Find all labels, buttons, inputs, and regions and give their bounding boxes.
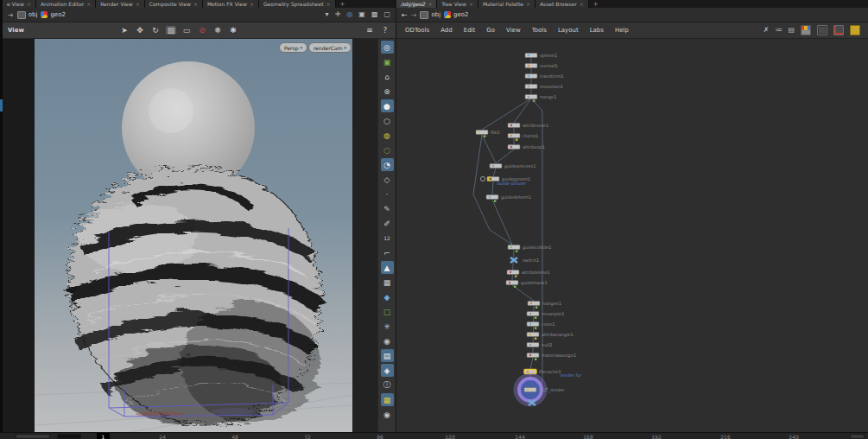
- color-palette-grid-icon[interactable]: [801, 25, 811, 35]
- tab-tree-view[interactable]: Tree View×: [437, 0, 478, 8]
- label-12-icon[interactable]: 12: [381, 232, 394, 245]
- target-rings-icon[interactable]: ◎: [346, 11, 352, 18]
- persp-view-button[interactable]: Persp ▾: [279, 42, 307, 53]
- close-tab-icon[interactable]: ×: [250, 1, 254, 7]
- timeline-options-widget[interactable]: [850, 434, 865, 439]
- node-hairgen1[interactable]: hairgen1: [528, 301, 561, 309]
- menu-odtools[interactable]: ODTools: [405, 27, 429, 34]
- wire-shade-icon[interactable]: ▣: [381, 55, 394, 68]
- menu-edit[interactable]: Edit: [464, 27, 476, 34]
- ruler-corner-icon[interactable]: ⌐: [381, 246, 394, 259]
- node-guidecollide1[interactable]: guidecollide1: [508, 245, 551, 252]
- prong-icon[interactable]: ✳: [381, 320, 394, 333]
- help-icon[interactable]: ?: [380, 26, 390, 35]
- orbit-ball-icon[interactable]: ◔: [381, 158, 394, 171]
- eye-box-icon[interactable]: ◉: [381, 408, 394, 421]
- snapshot-icon[interactable]: ▤: [381, 349, 394, 362]
- select-objects-icon[interactable]: ✥: [135, 26, 145, 35]
- menu-tools[interactable]: Tools: [532, 27, 547, 34]
- close-tab-icon[interactable]: ×: [27, 1, 31, 7]
- node-out-render[interactable]: OUT_render: [516, 376, 566, 404]
- timeline[interactable]: 1 24487296120144168192216240: [0, 432, 868, 439]
- bar-graph-icon[interactable]: ≡: [364, 26, 375, 35]
- pinned-panel-icon[interactable]: [850, 25, 860, 35]
- construction-plane-icon[interactable]: ❋: [212, 26, 223, 35]
- node-guidegroom1[interactable]: guidegroom1Guide Groom: [480, 176, 530, 186]
- node-clump1[interactable]: clump1: [508, 133, 539, 141]
- forward-arrow-icon[interactable]: ➜: [8, 11, 14, 19]
- grid-yellow-icon[interactable]: ▦: [381, 393, 394, 406]
- network-overview-icon[interactable]: [833, 25, 844, 35]
- group-box-icon[interactable]: ▢: [381, 305, 394, 318]
- current-frame-indicator[interactable]: 1: [97, 433, 110, 439]
- node-materialassign1[interactable]: materialassign1: [527, 353, 576, 360]
- node-resample1[interactable]: resample1: [527, 311, 564, 319]
- node-null2[interactable]: null2: [527, 342, 552, 347]
- breadcrumb-obj[interactable]: obj: [420, 11, 440, 19]
- node-file1[interactable]: file1: [476, 130, 500, 137]
- light-white-icon[interactable]: ○: [381, 114, 394, 127]
- tab-obj-geo2[interactable]: /obj/geo2×: [396, 0, 437, 8]
- close-tab-icon[interactable]: ×: [580, 1, 584, 7]
- camera-view-icon[interactable]: ●: [381, 99, 394, 112]
- menu-layout[interactable]: Layout: [558, 27, 579, 34]
- node-switch1[interactable]: switch1: [510, 258, 539, 263]
- select-arrow-icon[interactable]: ➤: [119, 26, 130, 35]
- tab-asset-browser[interactable]: Asset Browser×: [535, 0, 589, 8]
- node-guideprocess1[interactable]: guideprocess1: [490, 163, 535, 169]
- menu-add[interactable]: Add: [440, 27, 453, 34]
- location-pin-icon[interactable]: ◈: [381, 364, 394, 377]
- shaded-cube-icon[interactable]: ▣: [358, 11, 365, 18]
- close-tab-icon[interactable]: ×: [428, 1, 432, 7]
- snapping-disabled-icon[interactable]: ⊘: [197, 26, 207, 35]
- tab-render-view[interactable]: Render View×: [96, 0, 145, 8]
- headlight-off-icon[interactable]: ⊗: [381, 85, 394, 98]
- node-normal1[interactable]: normal1: [525, 63, 558, 68]
- view-tool-icon[interactable]: ▧: [166, 26, 176, 35]
- tab-material-palette[interactable]: Material Palette×: [478, 0, 535, 8]
- node-attribvop1[interactable]: attribvop1: [508, 144, 545, 150]
- tab-e-view[interactable]: e View×: [3, 0, 36, 8]
- camera-view[interactable]: Persp ▾ renderCam ▾: [35, 39, 352, 432]
- node-attribnoise1[interactable]: attribnoise1: [508, 123, 548, 128]
- dropdown-caret-icon[interactable]: ▾: [326, 11, 329, 18]
- handles-icon[interactable]: ↻: [150, 26, 161, 35]
- box-select-icon[interactable]: ▭: [181, 26, 192, 35]
- node-mountain1[interactable]: mountain1: [525, 84, 563, 89]
- close-tab-icon[interactable]: ×: [86, 1, 91, 7]
- select-mode-icon[interactable]: ◇: [381, 173, 394, 186]
- rendercam-button[interactable]: renderCam ▾: [308, 42, 352, 53]
- menu-help[interactable]: Help: [615, 27, 629, 34]
- checker-icon[interactable]: ▦: [381, 276, 394, 289]
- network-graph[interactable]: sphere1normal1transform1mountain1merge1f…: [396, 39, 868, 432]
- menu-go[interactable]: Go: [486, 27, 495, 34]
- node-transform1[interactable]: transform1: [525, 73, 564, 79]
- close-tab-icon[interactable]: ×: [469, 1, 473, 7]
- brush-icon[interactable]: ✎: [381, 202, 394, 215]
- lock-icon[interactable]: ⌂: [381, 70, 394, 83]
- breadcrumb-obj[interactable]: obj: [17, 11, 38, 19]
- node-guidemask1[interactable]: guidemask1: [506, 280, 548, 288]
- viewport[interactable]: Persp ▾ renderCam ▾ ◎▣⌂⊗●○◍◌◔◇·✎✐12⌐▲▦◆▢…: [3, 39, 396, 432]
- forward-arrow-icon[interactable]: →: [411, 11, 417, 19]
- visibility-icon[interactable]: ◎: [381, 41, 394, 54]
- node-color1[interactable]: color1: [527, 321, 555, 329]
- diamond-icon[interactable]: ◆: [381, 290, 394, 303]
- frame-range-widget[interactable]: [57, 434, 81, 439]
- tab-geometry-spreadsheet[interactable]: Geometry Spreadsheet×: [259, 0, 336, 8]
- close-tab-icon[interactable]: ×: [193, 1, 198, 7]
- playback-widget[interactable]: [16, 434, 50, 439]
- display-options-icon[interactable]: ✱: [228, 26, 238, 35]
- cone-icon[interactable]: ▲: [381, 261, 394, 274]
- new-tab-button[interactable]: +: [336, 0, 350, 8]
- close-tab-icon[interactable]: ×: [136, 1, 140, 7]
- menu-view[interactable]: View: [506, 27, 521, 34]
- new-tab-button[interactable]: +: [589, 0, 603, 8]
- node-attribwrangle1[interactable]: attribwrangle1: [527, 332, 573, 340]
- disc-icon[interactable]: ◉: [381, 334, 394, 347]
- tab-composite-view[interactable]: Composite View×: [145, 0, 203, 8]
- tab-motion-fx-view[interactable]: Motion FX View×: [203, 0, 259, 8]
- light-pin-icon[interactable]: ◌: [381, 143, 394, 156]
- tab-animation-editor[interactable]: Animation Editor×: [36, 0, 96, 8]
- light-yellow-icon[interactable]: ◍: [381, 129, 394, 142]
